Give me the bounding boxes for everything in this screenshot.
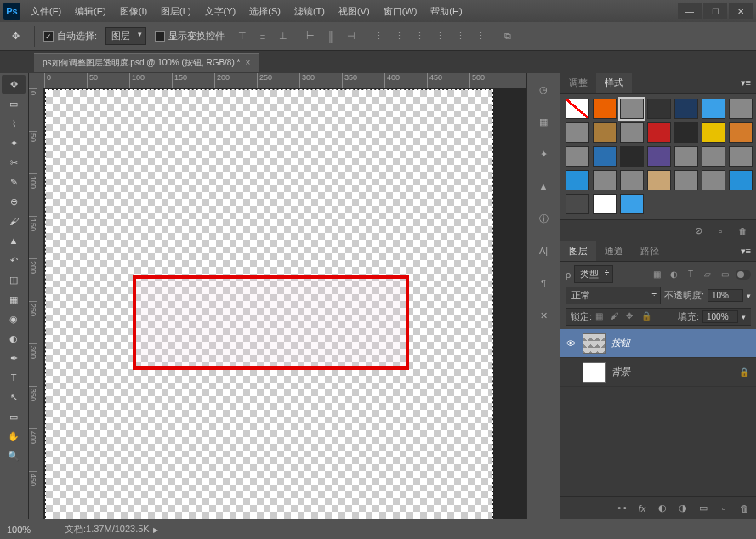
menu-edit[interactable]: 编辑(E) — [71, 3, 110, 20]
style-swatch[interactable] — [674, 122, 698, 143]
history-brush-tool[interactable]: ↶ — [2, 251, 26, 270]
adjustments-tab[interactable]: 调整 — [560, 73, 596, 93]
filter-pixel-icon[interactable]: ▦ — [649, 268, 664, 281]
style-swatch[interactable] — [647, 99, 671, 119]
style-swatch[interactable] — [702, 170, 725, 190]
styles-tab[interactable]: 样式 — [596, 73, 632, 93]
marquee-tool[interactable]: ▭ — [2, 94, 26, 113]
distribute-6-icon[interactable]: ⋮ — [471, 27, 490, 46]
layers-tab[interactable]: 图层 — [560, 241, 596, 261]
clear-style-icon[interactable]: ⊘ — [690, 224, 707, 239]
style-swatch[interactable] — [729, 99, 753, 119]
style-swatch[interactable] — [620, 170, 644, 190]
layer-row[interactable]: 👁按钮 — [560, 329, 756, 358]
path-tool[interactable]: ↖ — [2, 388, 26, 406]
crop-tool[interactable]: ✂ — [2, 153, 26, 172]
style-swatch[interactable] — [702, 122, 725, 143]
lasso-tool[interactable]: ⌇ — [2, 114, 26, 133]
eyedropper-tool[interactable]: ✎ — [2, 173, 26, 191]
doc-info[interactable]: 文档:1.37M/1023.5K▶ — [65, 523, 158, 536]
navigator-dock-icon[interactable]: ✦ — [531, 143, 556, 165]
ruler-vertical[interactable]: 0 50 100 150 200 250 300 350 400 450 — [29, 88, 44, 519]
menu-help[interactable]: 帮助(H) — [427, 3, 465, 20]
panel-menu-icon[interactable]: ▾≡ — [736, 77, 756, 88]
filter-type-icon[interactable]: T — [683, 268, 698, 281]
close-tab-icon[interactable]: × — [245, 58, 250, 67]
info-dock-icon[interactable]: ⓘ — [531, 207, 556, 230]
distribute-3-icon[interactable]: ⋮ — [410, 27, 429, 46]
menu-view[interactable]: 视图(V) — [335, 3, 373, 20]
auto-select-checkbox[interactable]: 自动选择: — [43, 30, 97, 43]
menu-layer[interactable]: 图层(L) — [157, 3, 194, 20]
zoom-level[interactable]: 100% — [7, 525, 54, 535]
stamp-tool[interactable]: ▲ — [2, 231, 26, 250]
eraser-tool[interactable]: ◫ — [2, 270, 26, 289]
align-right-icon[interactable]: ⊣ — [342, 27, 361, 46]
visibility-toggle-icon[interactable]: 👁 — [564, 337, 577, 350]
distribute-5-icon[interactable]: ⋮ — [451, 27, 469, 46]
align-vcenter-icon[interactable]: ≡ — [253, 27, 272, 46]
minimize-button[interactable]: — — [678, 3, 702, 19]
dodge-tool[interactable]: ◐ — [2, 329, 26, 348]
style-swatch[interactable] — [620, 146, 644, 167]
hand-tool[interactable]: ✋ — [2, 427, 26, 445]
style-swatch[interactable] — [566, 122, 589, 143]
layer-name[interactable]: 按钮 — [611, 337, 753, 349]
style-swatch[interactable] — [647, 170, 671, 190]
style-swatch[interactable] — [647, 122, 671, 143]
lock-pixels-icon[interactable]: 🖌 — [611, 311, 622, 323]
menu-type[interactable]: 文字(Y) — [202, 3, 240, 20]
filter-shape-icon[interactable]: ▱ — [700, 268, 715, 281]
menu-filter[interactable]: 滤镜(T) — [291, 3, 328, 20]
color-dock-icon[interactable]: ▦ — [531, 111, 556, 133]
align-hcenter-icon[interactable]: ║ — [321, 27, 340, 46]
fx-icon[interactable]: fx — [634, 501, 651, 516]
style-swatch[interactable] — [593, 170, 617, 190]
blend-mode-dropdown[interactable]: 正常 — [566, 287, 661, 304]
style-swatch[interactable] — [620, 99, 644, 119]
zoom-tool[interactable]: 🔍 — [2, 446, 26, 465]
style-swatch[interactable] — [620, 194, 644, 214]
style-swatch[interactable] — [593, 146, 617, 167]
maximize-button[interactable]: ☐ — [703, 3, 727, 19]
style-swatch[interactable] — [674, 146, 698, 167]
healing-tool[interactable]: ⊕ — [2, 192, 26, 211]
fill-input[interactable] — [702, 310, 738, 323]
style-swatch[interactable] — [566, 194, 589, 214]
new-layer-icon[interactable]: ▫ — [715, 501, 732, 516]
lock-all-icon[interactable]: 🔒 — [641, 311, 653, 323]
opacity-input[interactable] — [708, 289, 743, 302]
distribute-4-icon[interactable]: ⋮ — [430, 27, 449, 46]
para-dock-icon[interactable]: ¶ — [531, 272, 556, 294]
style-swatch[interactable] — [729, 170, 753, 190]
group-icon[interactable]: ▭ — [695, 501, 712, 516]
pen-tool[interactable]: ✒ — [2, 349, 26, 367]
style-swatch[interactable] — [566, 170, 589, 190]
style-swatch[interactable] — [674, 99, 698, 119]
filter-smart-icon[interactable]: ▭ — [717, 268, 732, 281]
style-swatch[interactable] — [593, 194, 617, 214]
mask-icon[interactable]: ◐ — [654, 501, 671, 516]
align-top-icon[interactable]: ⊤ — [233, 27, 252, 46]
history-dock-icon[interactable]: ◷ — [531, 78, 556, 100]
auto-select-target-dropdown[interactable]: 图层 — [105, 27, 146, 45]
align-left-icon[interactable]: ⊢ — [301, 27, 320, 46]
delete-layer-icon[interactable]: 🗑 — [736, 501, 753, 516]
style-swatch[interactable] — [729, 146, 753, 167]
menu-window[interactable]: 窗口(W) — [380, 3, 421, 20]
char-dock-icon[interactable]: A| — [531, 240, 556, 262]
distribute-2-icon[interactable]: ⋮ — [389, 27, 408, 46]
lock-transparent-icon[interactable]: ▦ — [595, 311, 607, 323]
paths-tab[interactable]: 路径 — [632, 241, 668, 261]
document-tab[interactable]: ps如何调整图层透明度.psd @ 100% (按钮, RGB/8) * × — [34, 53, 259, 72]
align-bottom-icon[interactable]: ⊥ — [274, 27, 293, 46]
filter-adjust-icon[interactable]: ◐ — [666, 268, 681, 281]
visibility-toggle-icon[interactable] — [564, 366, 577, 379]
menu-image[interactable]: 图像(I) — [117, 3, 151, 20]
close-button[interactable]: ✕ — [729, 3, 753, 19]
menu-file[interactable]: 文件(F) — [27, 3, 65, 20]
layer-thumbnail[interactable] — [583, 362, 606, 383]
style-swatch[interactable] — [702, 99, 725, 119]
new-style-icon[interactable]: ▫ — [712, 224, 729, 239]
show-transform-checkbox[interactable]: 显示变换控件 — [155, 30, 225, 43]
